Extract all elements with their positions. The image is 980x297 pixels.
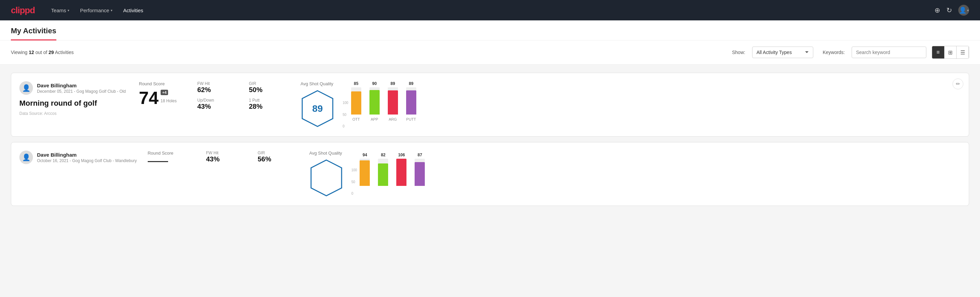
edit-button[interactable]: ✏ — [953, 78, 963, 89]
score-dash — [148, 161, 168, 162]
bar-group: 106 — [396, 153, 406, 188]
activity-card: 👤 Dave Billingham October 16, 2021 - Gog… — [11, 142, 969, 206]
round-score-label: Round Score — [148, 150, 195, 156]
viewing-total: 29 — [49, 50, 54, 55]
page-header: My Activities — [0, 21, 980, 40]
viewing-prefix: Viewing — [11, 50, 29, 55]
bar-value-label: 85 — [354, 81, 358, 86]
user-info: Dave Billingham October 16, 2021 - Gog M… — [37, 152, 137, 163]
bar-group: 87 — [415, 153, 425, 188]
bar-wrapper — [388, 87, 398, 115]
nav-item-teams[interactable]: Teams ▾ — [51, 6, 69, 14]
brand-logo[interactable]: clippd — [11, 5, 35, 16]
card-left: 👤 Dave Billingham December 05, 2021 - Go… — [19, 81, 128, 116]
navbar: clippd Teams ▾ Performance ▾ Activities … — [0, 0, 980, 21]
bar-value-label: 82 — [381, 153, 385, 157]
bar-fill — [360, 160, 370, 186]
round-score-label: Round Score — [139, 81, 186, 86]
page-title: My Activities — [11, 21, 56, 40]
avatar: 👤 — [19, 81, 33, 95]
add-icon[interactable]: ⊕ — [934, 6, 940, 14]
filter-bar: Viewing 12 out of 29 Activities Show: Al… — [0, 40, 980, 65]
gir-label: GIR — [258, 150, 299, 155]
bar-fill — [396, 159, 406, 186]
activity-title: Morning round of golf — [19, 99, 128, 108]
bar-chart: 948210687 — [360, 153, 425, 195]
bar-wrapper — [369, 87, 380, 115]
show-label: Show: — [732, 50, 745, 55]
viewing-middle: out of — [34, 50, 49, 55]
updown-row: Up/Down 43% — [197, 98, 238, 110]
bar-wrapper — [406, 87, 416, 115]
list-compact-view-button[interactable]: ≡ — [932, 46, 944, 59]
bar-value-label: 89 — [409, 81, 413, 86]
bar-fill — [351, 91, 361, 115]
bar-value-label: 94 — [363, 153, 367, 157]
y-axis: 100 50 0 — [352, 168, 357, 195]
grid-view-button[interactable]: ⊞ — [944, 46, 956, 59]
score-value: 74 +4 18 Holes — [139, 89, 186, 107]
y-label-100: 100 — [343, 101, 348, 105]
gir-value: 56% — [258, 155, 299, 163]
round-score-block: Round Score — [148, 150, 195, 162]
avatar-icon: 👤 — [959, 6, 966, 14]
activity-type-select[interactable]: All Activity Types — [752, 46, 813, 58]
avg-quality-section: Avg Shot Quality 89 — [301, 81, 334, 128]
gir-value: 50% — [249, 86, 290, 94]
view-toggle: ≡ ⊞ ☰ — [932, 46, 969, 59]
updown-label: Up/Down — [197, 98, 238, 103]
person-icon: 👤 — [22, 84, 30, 92]
round-score-block: Round Score 74 +4 18 Holes — [139, 81, 186, 107]
viewing-suffix: Activities — [54, 50, 74, 55]
hexagon-container: 89 — [301, 89, 334, 128]
chevron-down-icon: ▾ — [68, 8, 69, 12]
score-badge: +4 — [161, 90, 169, 95]
user-avatar[interactable]: 👤 ▾ — [958, 5, 969, 16]
bar-fill — [415, 162, 425, 186]
stats-block-2: GIR 56% — [258, 150, 299, 167]
bar-chart: 85OTT90APP89ARG89PUTT — [351, 81, 416, 128]
nav-label-teams: Teams — [51, 8, 66, 13]
data-source: Data Source: Arccos — [19, 111, 128, 116]
nav-label-performance: Performance — [80, 8, 109, 13]
y-label-0: 0 — [343, 125, 348, 128]
user-info: Dave Billingham December 05, 2021 - Gog … — [37, 83, 126, 94]
gir-row: GIR 56% — [258, 150, 299, 163]
bar-wrapper — [360, 159, 370, 186]
avg-quality-block: Avg Shot Quality 100 50 0 948210687 — [309, 150, 961, 198]
avg-shot-value: 89 — [312, 103, 323, 114]
y-label-100: 100 — [352, 168, 357, 172]
score-number: 74 — [139, 89, 159, 107]
bar-fill — [369, 90, 380, 115]
nav-item-performance[interactable]: Performance ▾ — [80, 6, 112, 14]
main-content: 👤 Dave Billingham December 05, 2021 - Go… — [0, 65, 980, 214]
nav-item-activities[interactable]: Activities — [123, 6, 143, 14]
activity-card: 👤 Dave Billingham December 05, 2021 - Go… — [11, 73, 969, 137]
bar-fill — [388, 90, 398, 115]
oneputt-row: 1 Putt 28% — [249, 98, 290, 110]
bar-chart-area: 100 50 0 948210687 — [352, 153, 425, 195]
stats-block: FW Hit 62% Up/Down 43% — [197, 81, 238, 115]
bar-wrapper — [378, 159, 388, 186]
gir-row: GIR 50% — [249, 81, 290, 94]
list-full-view-button[interactable]: ☰ — [956, 46, 969, 59]
chevron-down-icon: ▾ — [111, 8, 112, 12]
y-axis: 100 50 0 — [343, 101, 348, 128]
updown-value: 43% — [197, 103, 238, 110]
bar-value-label: 90 — [372, 81, 377, 86]
person-icon: 👤 — [22, 153, 30, 161]
user-name: Dave Billingham — [37, 83, 126, 88]
search-input[interactable] — [852, 46, 926, 58]
bar-axis-label: OTT — [353, 117, 360, 121]
card-left: 👤 Dave Billingham October 16, 2021 - Gog… — [19, 150, 137, 168]
user-name: Dave Billingham — [37, 152, 137, 158]
bar-value-label: 89 — [390, 81, 395, 86]
bar-fill — [406, 90, 416, 115]
navbar-right: ⊕ ↻ 👤 ▾ — [934, 5, 969, 16]
stats-block-2: GIR 50% 1 Putt 28% — [249, 81, 290, 115]
card-user: 👤 Dave Billingham December 05, 2021 - Go… — [19, 81, 128, 95]
fw-hit-row: FW Hit 62% — [197, 81, 238, 94]
y-label-0: 0 — [352, 192, 357, 195]
stats-block: FW Hit 43% — [206, 150, 247, 167]
refresh-icon[interactable]: ↻ — [947, 6, 952, 14]
